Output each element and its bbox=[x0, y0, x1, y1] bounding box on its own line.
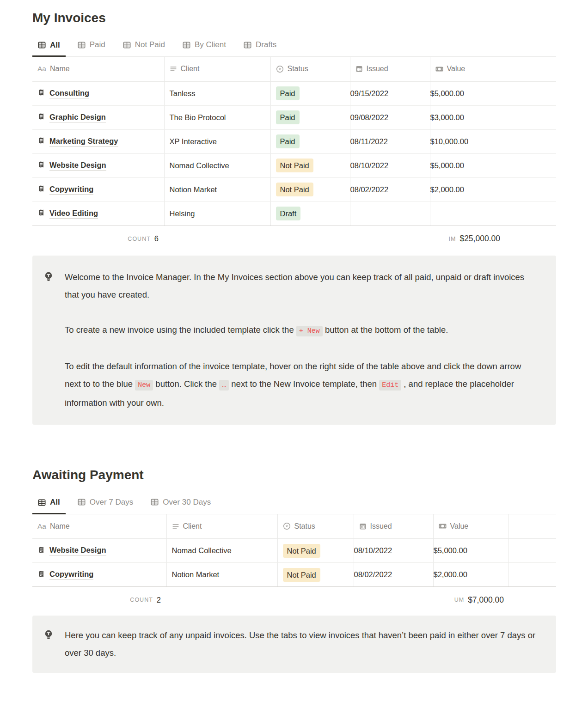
tab-over-30-days[interactable]: Over 30 Days bbox=[145, 497, 216, 514]
value-cell[interactable]: $2,000.00 bbox=[433, 563, 508, 587]
tab-label: Over 30 Days bbox=[163, 498, 211, 507]
tab-paid[interactable]: Paid bbox=[72, 39, 111, 56]
receipt-icon bbox=[37, 185, 45, 194]
issued-cell[interactable] bbox=[350, 201, 430, 226]
table-view-icon bbox=[244, 41, 251, 49]
column-header-value[interactable]: Value bbox=[430, 57, 505, 81]
name-cell[interactable]: Graphic Design bbox=[32, 105, 164, 129]
table-row: Website Design Nomad Collective Not Paid… bbox=[32, 153, 556, 177]
invoice-page-link[interactable]: Copywriting bbox=[49, 570, 93, 580]
spacer-cell bbox=[505, 153, 556, 177]
status-badge[interactable]: Not Paid bbox=[276, 159, 313, 172]
value-cell[interactable]: $3,000.00 bbox=[430, 105, 505, 129]
issued-cell[interactable]: 08/10/2022 bbox=[354, 539, 433, 563]
column-header-name[interactable]: AaName bbox=[32, 514, 166, 539]
column-header-client[interactable]: Client bbox=[164, 57, 270, 81]
status-cell[interactable]: Paid bbox=[270, 81, 350, 105]
client-cell[interactable]: Nomad Collective bbox=[166, 539, 277, 563]
count-aggregate[interactable]: count 2 bbox=[130, 587, 161, 613]
table-row: Video Editing Helsing Draft bbox=[32, 201, 556, 226]
issued-cell[interactable]: 08/02/2022 bbox=[354, 563, 433, 587]
column-header-name[interactable]: AaName bbox=[32, 57, 164, 81]
client-cell[interactable]: Nomad Collective bbox=[164, 153, 270, 177]
name-cell[interactable]: Video Editing bbox=[32, 201, 164, 226]
invoice-page-link[interactable]: Video Editing bbox=[49, 209, 98, 219]
column-header-value[interactable]: Value bbox=[433, 514, 508, 539]
table-view-icon bbox=[38, 41, 46, 49]
name-cell[interactable]: Website Design bbox=[32, 539, 166, 563]
value-cell[interactable]: $5,000.00 bbox=[430, 81, 505, 105]
issued-cell[interactable]: 08/10/2022 bbox=[350, 153, 430, 177]
sum-aggregate[interactable]: im $25,000.00 bbox=[449, 226, 500, 252]
value-cell[interactable]: $10,000.00 bbox=[430, 129, 505, 153]
name-cell[interactable]: Copywriting bbox=[32, 177, 164, 201]
invoice-page-link[interactable]: Consulting bbox=[49, 89, 89, 98]
status-cell[interactable]: Not Paid bbox=[277, 539, 354, 563]
issued-cell[interactable]: 08/02/2022 bbox=[350, 177, 430, 201]
receipt-icon bbox=[37, 570, 45, 580]
tab-over-7-days[interactable]: Over 7 Days bbox=[72, 497, 139, 514]
client-cell[interactable]: XP Interactive bbox=[164, 129, 270, 153]
client-cell[interactable]: Helsing bbox=[164, 201, 270, 226]
tab-all[interactable]: All bbox=[32, 39, 66, 57]
client-cell[interactable]: Tanless bbox=[164, 81, 270, 105]
status-cell[interactable]: Paid bbox=[270, 105, 350, 129]
title-property-icon: Aa bbox=[37, 522, 46, 531]
name-cell[interactable]: Consulting bbox=[32, 81, 164, 105]
section-title-awaiting-payment: Awaiting Payment bbox=[32, 467, 556, 483]
status-cell[interactable]: Paid bbox=[270, 129, 350, 153]
value-cell[interactable] bbox=[430, 201, 505, 226]
client-cell[interactable]: Notion Market bbox=[164, 177, 270, 201]
spacer-cell bbox=[505, 177, 556, 201]
column-header-client[interactable]: Client bbox=[166, 514, 277, 539]
status-badge[interactable]: Not Paid bbox=[283, 544, 320, 558]
status-cell[interactable]: Draft bbox=[270, 201, 350, 226]
value-cell[interactable]: $5,000.00 bbox=[430, 153, 505, 177]
tab-not-paid[interactable]: Not Paid bbox=[117, 39, 171, 56]
invoice-page-link[interactable]: Website Design bbox=[49, 546, 106, 555]
column-header-status[interactable]: Status bbox=[270, 57, 350, 81]
status-badge[interactable]: Not Paid bbox=[276, 183, 313, 196]
status-badge[interactable]: Paid bbox=[276, 134, 300, 148]
status-badge[interactable]: Paid bbox=[276, 86, 300, 100]
receipt-icon bbox=[37, 113, 45, 122]
issued-cell[interactable]: 09/08/2022 bbox=[350, 105, 430, 129]
name-cell[interactable]: Website Design bbox=[32, 153, 164, 177]
name-cell[interactable]: Copywriting bbox=[32, 563, 166, 587]
invoice-page-link[interactable]: Graphic Design bbox=[49, 113, 106, 122]
name-cell[interactable]: Marketing Strategy bbox=[32, 129, 164, 153]
client-cell[interactable]: Notion Market bbox=[166, 563, 277, 587]
tab-label: Not Paid bbox=[135, 40, 165, 49]
issued-cell[interactable]: 09/15/2022 bbox=[350, 81, 430, 105]
invoice-page-link[interactable]: Website Design bbox=[49, 161, 106, 171]
invoice-page-link[interactable]: Marketing Strategy bbox=[49, 137, 118, 146]
status-badge[interactable]: Paid bbox=[276, 110, 300, 124]
tab-all[interactable]: All bbox=[32, 497, 66, 514]
count-aggregate[interactable]: count 6 bbox=[128, 226, 159, 252]
column-header-issued[interactable]: Issued bbox=[354, 514, 433, 539]
status-badge[interactable]: Not Paid bbox=[283, 568, 320, 582]
spacer-cell bbox=[505, 129, 556, 153]
status-cell[interactable]: Not Paid bbox=[270, 177, 350, 201]
lightbulb-icon bbox=[44, 627, 53, 662]
money-property-icon bbox=[439, 522, 447, 530]
column-header-status[interactable]: Status bbox=[277, 514, 354, 539]
value-cell[interactable]: $5,000.00 bbox=[433, 539, 508, 563]
title-property-icon: Aa bbox=[37, 65, 46, 73]
status-badge[interactable]: Draft bbox=[276, 207, 301, 220]
table-view-icon bbox=[123, 41, 131, 49]
new-code: New bbox=[135, 380, 153, 391]
invoices-view-tabs: All Paid Not Paid By Client Drafts bbox=[32, 39, 556, 57]
tab-by-client[interactable]: By Client bbox=[177, 39, 232, 56]
client-cell[interactable]: The Bio Protocol bbox=[164, 105, 270, 129]
sum-aggregate[interactable]: um $7,000.00 bbox=[454, 587, 504, 613]
column-header-issued[interactable]: Issued bbox=[350, 57, 430, 81]
issued-cell[interactable]: 08/11/2022 bbox=[350, 129, 430, 153]
status-cell[interactable]: Not Paid bbox=[270, 153, 350, 177]
tab-drafts[interactable]: Drafts bbox=[238, 39, 282, 56]
invoice-page-link[interactable]: Copywriting bbox=[49, 185, 93, 195]
awaiting-table-footer: count 2 um $7,000.00 bbox=[32, 587, 556, 613]
status-cell[interactable]: Not Paid bbox=[277, 563, 354, 587]
tab-label: All bbox=[50, 41, 60, 50]
value-cell[interactable]: $2,000.00 bbox=[430, 177, 505, 201]
